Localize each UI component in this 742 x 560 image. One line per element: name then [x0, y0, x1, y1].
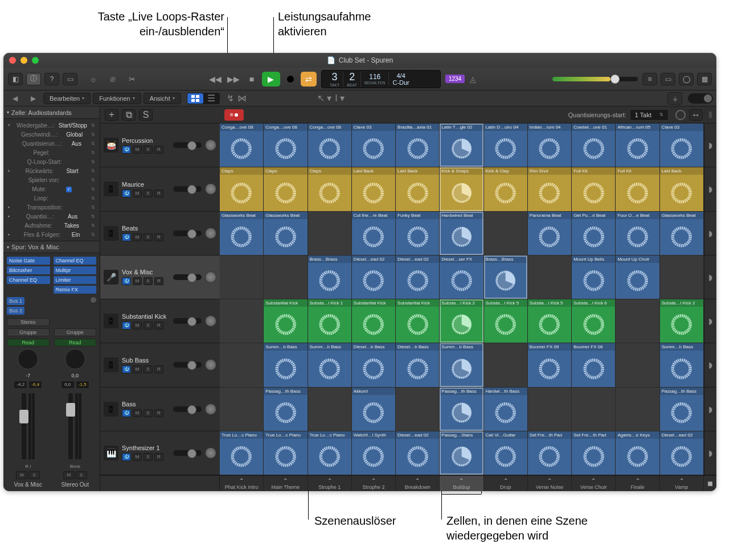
scene-trigger[interactable]: ⌃Verse Noise [528, 476, 572, 491]
record-enable[interactable]: R [154, 365, 163, 373]
loop-cell[interactable]: Four O…e Beat [616, 212, 659, 255]
mute-button[interactable]: M [133, 233, 142, 241]
loop-cell[interactable]: Mount Up Bells [572, 256, 616, 299]
loop-cell[interactable]: Glassworks Beat [660, 212, 704, 255]
loop-cell[interactable]: Claps [264, 167, 308, 211]
scene-trigger[interactable]: ⌃Drop [484, 476, 528, 491]
quantize-select[interactable]: 1 Takt⇅ [630, 109, 669, 121]
inspector-row[interactable]: Loop:⇅ [7, 193, 96, 203]
power-button[interactable]: ⏻ [122, 322, 131, 330]
volume-slider[interactable] [173, 142, 202, 148]
group-label[interactable]: Gruppe [7, 328, 50, 336]
loop-cell[interactable]: Conga…ove 08 [308, 123, 352, 167]
mic-icon[interactable]: ⏚ [667, 92, 682, 105]
power-button[interactable]: ⏻ [122, 146, 131, 154]
power-button[interactable]: ⏻ [122, 365, 131, 373]
minimize-button[interactable] [21, 57, 27, 64]
automation-mode[interactable]: Read [7, 339, 50, 347]
inspector-row[interactable]: Rückwärts:Start⇅ [7, 166, 96, 175]
volume-slider[interactable] [173, 450, 202, 456]
smart-controls-icon[interactable]: ☼ [85, 72, 101, 87]
scene-trigger[interactable]: ⌃Strophe 1 [308, 476, 352, 491]
lcd-display[interactable]: 3TAKT 2BEAT 116BEHALTEN 4/4C-Dur [321, 70, 441, 88]
row-trigger[interactable]: ◗ [704, 212, 716, 256]
pan-knob[interactable] [205, 359, 216, 370]
loop-cell[interactable] [220, 343, 264, 386]
notes-button[interactable]: ▭ [661, 73, 675, 85]
inspector-row[interactable]: Q-Loop-Start:⇅ [7, 157, 96, 166]
plugin-slot[interactable]: Bitcrusher [7, 266, 50, 274]
loop-cell[interactable]: Kick & Snaps [440, 167, 483, 211]
loop-cell[interactable]: Diesel…ser FX [440, 256, 483, 299]
loop-cell[interactable] [528, 256, 572, 299]
loop-cell[interactable]: Cowbel…ove 01 [572, 123, 616, 167]
loop-cell[interactable]: Latin D…uiro 04 [484, 123, 528, 167]
loop-cell[interactable] [528, 388, 572, 431]
pan-knob[interactable] [18, 349, 38, 369]
loop-cell[interactable]: Set Fre…th Pad [528, 431, 572, 475]
loop-cell[interactable] [396, 388, 440, 431]
solo-button[interactable]: S [144, 190, 153, 197]
loop-cell[interactable]: Substantial Kick [352, 299, 396, 343]
scene-trigger[interactable]: ⌃Vamp [660, 476, 704, 491]
loop-cell[interactable]: Passag…th Bass [440, 388, 483, 431]
loop-cell[interactable]: Cut the…re Beat [352, 212, 396, 255]
mixer-icon[interactable]: ⎚ [105, 72, 121, 87]
loop-cell[interactable]: Laid Back [352, 167, 396, 211]
power-button[interactable]: ⏻ [122, 190, 131, 197]
inspector-button[interactable]: ⓘ [26, 73, 41, 85]
loop-cell[interactable] [308, 212, 352, 255]
cycle-button[interactable]: ⇄ [301, 72, 317, 87]
loop-cell[interactable]: Watchf…l Synth [352, 431, 396, 475]
live-loops-grid-button[interactable] [187, 93, 203, 104]
fwd-nav-button[interactable]: ▶ [25, 91, 41, 106]
toggle[interactable] [688, 93, 713, 104]
close-button[interactable] [9, 57, 16, 64]
loop-cell[interactable]: Diesel…ead 02 [396, 256, 440, 299]
track-header[interactable]: 🎛 Sub Bass ⏻MSR [100, 343, 220, 387]
pan-knob[interactable] [205, 271, 216, 283]
scissors-icon[interactable]: ✂ [124, 72, 140, 87]
functions-menu[interactable]: Funktionen [93, 93, 141, 104]
loop-cell[interactable]: Hardwi…th Bass [484, 388, 528, 431]
volume-slider[interactable] [173, 274, 202, 280]
loop-cell[interactable]: Latin T…gle 02 [440, 123, 483, 167]
row-trigger[interactable]: ◗ [704, 431, 716, 475]
loop-cell[interactable]: Substa…l Kick 5 [528, 299, 572, 343]
mute-button[interactable]: M [133, 190, 142, 197]
loop-cell[interactable]: Full Kit [616, 167, 659, 211]
power-button[interactable]: ⏻ [122, 233, 131, 241]
send-slot[interactable]: Bus 2 [7, 307, 24, 315]
loop-cell[interactable]: Diesel…ead 02 [660, 431, 704, 475]
loops-button[interactable]: ◯ [679, 73, 694, 85]
mute-button[interactable]: M [133, 146, 142, 154]
stop-button[interactable]: ■ [244, 72, 260, 87]
loop-cell[interactable]: Agains…e Keys [616, 431, 659, 475]
loop-cell[interactable]: Full Kit [572, 167, 616, 211]
fader[interactable] [7, 391, 50, 462]
zoom-button[interactable] [32, 57, 39, 64]
row-trigger[interactable]: ◗ [704, 123, 716, 167]
count-in-badge[interactable]: 1234 [445, 75, 465, 83]
record-enable[interactable]: R [154, 277, 163, 285]
loop-cell[interactable] [616, 299, 659, 343]
divider-handle[interactable]: ⦀ [708, 110, 712, 120]
scene-trigger[interactable]: ⌃Buildup [440, 476, 483, 491]
mute-button[interactable]: M [133, 453, 142, 461]
loop-cell[interactable]: True Lo…c Piano [308, 431, 352, 475]
phase-icon[interactable] [675, 110, 686, 120]
solo-button[interactable]: S [144, 365, 153, 373]
io-label[interactable]: Stereo [7, 318, 50, 326]
loop-cell[interactable] [264, 256, 308, 299]
solo-button[interactable]: S [144, 233, 153, 241]
loop-cell[interactable]: Boomer FX 09 [528, 343, 572, 386]
plugin-slot[interactable]: Remix FX [54, 286, 97, 294]
loop-cell[interactable]: Laid Back [396, 167, 440, 211]
solo-button[interactable]: S [144, 146, 153, 154]
scene-trigger[interactable]: ⌃Verse Choir [572, 476, 616, 491]
row-trigger[interactable]: ◗ [704, 388, 716, 431]
record-button[interactable] [282, 72, 298, 87]
record-enable[interactable]: R [154, 146, 163, 154]
inspector-row[interactable]: Spielen von:⇅ [7, 175, 96, 184]
pan-knob[interactable] [205, 139, 216, 151]
